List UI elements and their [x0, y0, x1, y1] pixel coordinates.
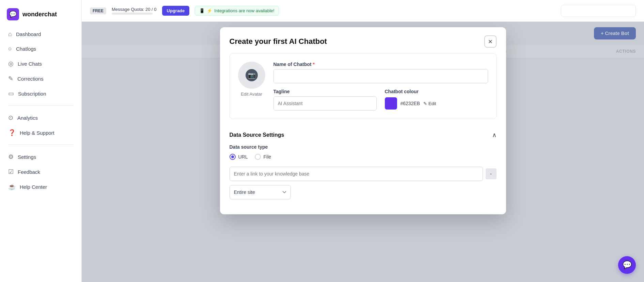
radio-file-label: File [264, 154, 271, 160]
sidebar-item-label: Help Center [20, 184, 47, 190]
chatbot-name-label: Name of Chatbot * [273, 62, 488, 67]
camera-icon: 📷 [246, 69, 258, 81]
data-source-title: Data Source Settings [230, 132, 284, 138]
quota-text: Message Quota: 20 / 0 [112, 7, 157, 12]
chatbot-name-field: Name of Chatbot * [273, 62, 488, 83]
header-search [561, 5, 636, 17]
url-add-button[interactable]: - [486, 168, 497, 179]
color-label: Chatbot colour [385, 89, 488, 94]
integrations-banner: 📱 ⚡ Integrations are now available! [195, 6, 279, 16]
sidebar-item-help-support[interactable]: ❓ Help & Support [4, 126, 77, 140]
color-hex-value: #6232EB [400, 101, 420, 106]
modal-header: Create your first AI Chatbot ✕ [220, 27, 506, 53]
url-input[interactable] [230, 167, 483, 181]
sidebar-item-live-chats[interactable]: ◎ Live Chats [4, 56, 77, 71]
create-chatbot-modal: Create your first AI Chatbot ✕ 📷 Edit Av… [220, 27, 506, 214]
modal-overlay: Create your first AI Chatbot ✕ 📷 Edit Av… [82, 22, 644, 282]
sidebar-item-label: Settings [18, 154, 36, 160]
sidebar-item-label: Chatlogs [16, 46, 36, 52]
color-swatch[interactable] [385, 97, 397, 110]
color-field: Chatbot colour #6232EB ✎ Edit [385, 89, 488, 111]
color-row: #6232EB ✎ Edit [385, 96, 488, 111]
collapse-icon: ∧ [492, 131, 497, 139]
sidebar-item-label: Dashboard [16, 31, 41, 37]
tagline-input[interactable] [273, 96, 377, 111]
url-input-row: - [230, 167, 497, 181]
sidebar-item-subscription[interactable]: ▭ Subscription [4, 86, 77, 101]
settings-icon: ⚙ [8, 153, 14, 161]
sidebar-item-corrections[interactable]: ✎ Corrections [4, 71, 77, 86]
data-source-type-label: Data source type [230, 144, 497, 150]
sidebar-item-settings[interactable]: ⚙ Settings [4, 150, 77, 164]
sidebar-item-label: Subscription [18, 91, 46, 97]
sidebar: 💬 wonderchat ⌂ Dashboard ○ Chatlogs ◎ Li… [0, 0, 82, 282]
sidebar-logo: 💬 wonderchat [0, 5, 81, 27]
upgrade-button[interactable]: Upgrade [162, 6, 190, 16]
sidebar-item-help-center[interactable]: ☕ Help Center [4, 180, 77, 194]
whatsapp-icon: 📱 [199, 8, 205, 13]
chat-icon: ○ [8, 45, 12, 52]
modal-close-button[interactable]: ✕ [484, 35, 497, 48]
subscription-icon: ▭ [8, 90, 14, 97]
chatbot-name-input[interactable] [273, 69, 488, 83]
data-source-content: Data source type URL File [230, 144, 497, 205]
help-icon: ❓ [8, 129, 16, 136]
edit-icon: ✎ [8, 75, 13, 82]
feedback-icon: ☑ [8, 168, 14, 176]
avatar-upload[interactable]: 📷 [238, 62, 265, 89]
modal-title: Create your first AI Chatbot [230, 37, 327, 46]
sidebar-item-label: Analytics [17, 115, 38, 121]
data-source-section: Data Source Settings ∧ Data source type … [230, 126, 497, 205]
analytics-icon: ⊙ [8, 114, 13, 121]
radio-url-label: URL [238, 154, 248, 160]
zendesk-icon: ⚡ [207, 8, 212, 13]
tagline-color-row: Tagline Chatbot colour #6232EB [273, 89, 488, 111]
sidebar-item-label: Help & Support [20, 130, 54, 136]
modal-body: 📷 Edit Avatar Name of Chatbot * [220, 53, 506, 214]
plan-badge: FREE [90, 7, 106, 14]
chatbot-info-card: 📷 Edit Avatar Name of Chatbot * [230, 53, 497, 119]
sidebar-item-feedback[interactable]: ☑ Feedback [4, 165, 77, 179]
home-icon: ⌂ [8, 31, 12, 38]
sidebar-divider-2 [8, 145, 73, 145]
main-area: FREE Message Quota: 20 / 0 Upgrade 📱 ⚡ I… [82, 0, 644, 282]
sidebar-item-label: Feedback [18, 169, 40, 175]
sidebar-item-chatlogs[interactable]: ○ Chatlogs [4, 42, 77, 56]
integrations-text: Integrations are now available! [214, 8, 274, 13]
header: FREE Message Quota: 20 / 0 Upgrade 📱 ⚡ I… [82, 0, 644, 22]
quota-bar [112, 13, 153, 15]
help-center-icon: ☕ [8, 183, 16, 190]
required-indicator: * [313, 62, 314, 67]
color-edit-button[interactable]: ✎ Edit [423, 101, 436, 106]
radio-url[interactable]: URL [230, 154, 248, 160]
radio-group: URL File [230, 154, 497, 160]
chatbot-fields: Name of Chatbot * Tagline [273, 62, 488, 111]
sidebar-item-label: Corrections [17, 76, 44, 82]
sidebar-item-dashboard[interactable]: ⌂ Dashboard [4, 27, 77, 41]
data-source-header[interactable]: Data Source Settings ∧ [230, 126, 497, 144]
headset-icon: ◎ [8, 60, 14, 67]
content-area: + Create Bot INTEGRATIONS ACTIONS Create… [82, 22, 644, 282]
edit-avatar-label: Edit Avatar [241, 92, 262, 97]
scope-select[interactable]: Entire site Single page Custom [230, 185, 291, 199]
tagline-label: Tagline [273, 89, 377, 94]
radio-file[interactable]: File [255, 154, 271, 160]
avatar-section: 📷 Edit Avatar [238, 62, 265, 111]
sidebar-divider [8, 105, 73, 106]
sidebar-logo-text: wonderchat [22, 11, 57, 18]
radio-url-btn[interactable] [230, 154, 236, 160]
sidebar-nav: ⌂ Dashboard ○ Chatlogs ◎ Live Chats ✎ Co… [0, 27, 81, 277]
quota-section: Message Quota: 20 / 0 [112, 7, 157, 15]
chat-bubble-icon: 💬 [623, 261, 632, 269]
chat-bubble[interactable]: 💬 [618, 256, 636, 274]
wonderchat-logo-icon: 💬 [7, 8, 19, 20]
radio-file-btn[interactable] [255, 154, 261, 160]
sidebar-item-label: Live Chats [18, 61, 42, 67]
sidebar-item-analytics[interactable]: ⊙ Analytics [4, 111, 77, 125]
edit-pencil-icon: ✎ [423, 101, 427, 106]
tagline-field: Tagline [273, 89, 377, 111]
